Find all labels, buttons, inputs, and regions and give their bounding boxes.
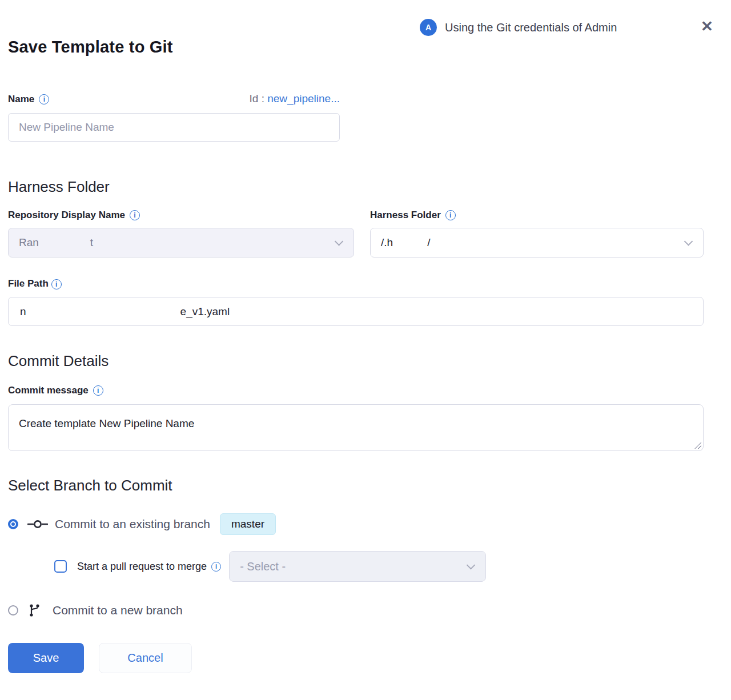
pull-request-branch-select[interactable]: - Select - [229,551,486,582]
chevron-down-icon [684,237,693,246]
repository-label-text: Repository Display Name [8,210,125,221]
pull-request-label: Start a pull request to merge [77,561,207,573]
name-input[interactable]: New Pipeline Name [8,113,340,142]
info-icon[interactable]: i [445,210,456,220]
new-branch-label: Commit to a new branch [53,604,183,617]
git-commit-icon [27,519,48,529]
pull-request-row: Start a pull request to merge i - Select… [54,551,704,582]
existing-branch-radio[interactable] [8,519,18,529]
new-branch-row: Commit to a new branch [8,604,704,617]
save-button[interactable]: Save [8,643,84,673]
action-buttons: Save Cancel [8,643,704,673]
info-icon[interactable]: i [211,562,221,572]
name-label: Name i [8,94,49,105]
harness-folder-heading: Harness Folder [8,178,704,196]
new-branch-radio[interactable] [8,605,18,615]
info-icon[interactable]: i [39,94,49,104]
commit-message-label: Commit message i [8,385,103,396]
commit-message-label-text: Commit message [8,385,89,396]
repository-value-suffix: t [90,236,93,249]
repository-label: Repository Display Name i [8,210,354,221]
page-title: Save Template to Git [8,38,704,57]
pull-request-checkbox[interactable] [54,560,67,573]
name-label-row: Name i Id : new_pipeline... [8,92,340,105]
info-icon[interactable]: i [51,279,62,289]
file-path-value-suffix: e_v1.yaml [180,305,230,318]
info-icon[interactable]: i [93,385,103,396]
file-path-input[interactable]: n e_v1.yaml [8,297,704,326]
id-prefix: Id : [250,92,264,104]
repository-select[interactable]: Ran t [8,228,354,258]
id-link[interactable]: new_pipeline... [267,92,340,104]
harness-folder-label-text: Harness Folder [370,210,441,221]
name-input-placeholder: New Pipeline Name [19,121,114,134]
select-branch-heading: Select Branch to Commit [8,477,704,494]
pipeline-id: Id : new_pipeline... [250,92,340,105]
harness-folder-label: Harness Folder i [370,210,704,221]
file-path-label-text: File Path [8,278,49,289]
file-path-value-prefix: n [20,305,26,318]
harness-folder-select[interactable]: /.h / [370,228,704,258]
chevron-down-icon [467,561,476,570]
cancel-button[interactable]: Cancel [99,643,192,673]
folder-value-suffix: / [427,236,430,249]
resize-handle[interactable] [694,442,701,449]
branch-badge[interactable]: master [220,513,276,535]
folder-value-prefix: /.h [381,236,393,249]
commit-details-heading: Commit Details [8,352,704,370]
existing-branch-label: Commit to an existing branch [55,517,210,531]
commit-message-textarea[interactable]: Create template New Pipeline Name [8,404,704,451]
commit-message-value: Create template New Pipeline Name [19,417,194,429]
pr-select-value: - Select - [240,560,286,573]
repository-value-prefix: Ran [19,236,39,249]
file-path-label: File Path i [8,278,704,289]
existing-branch-row: Commit to an existing branch master [8,513,704,535]
git-branch-icon [29,604,41,617]
info-icon[interactable]: i [130,210,140,220]
chevron-down-icon [335,237,344,246]
name-label-text: Name [8,94,34,105]
